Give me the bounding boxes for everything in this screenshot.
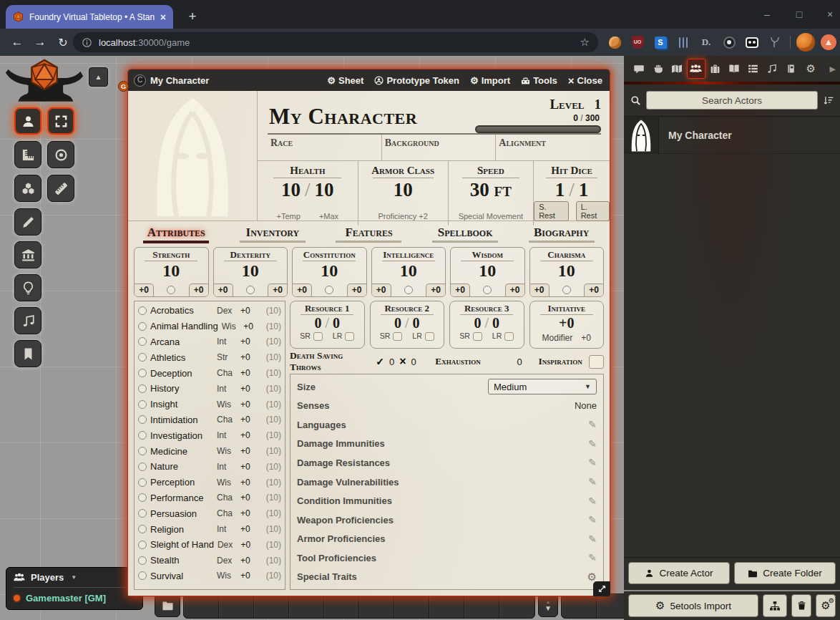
skill-proficiency-radio[interactable] (138, 509, 147, 518)
skill-name[interactable]: Arcana (150, 336, 213, 347)
skill-name[interactable]: Religion (150, 524, 213, 535)
proficiency-radio[interactable] (562, 286, 571, 294)
macro-slot[interactable] (464, 594, 499, 618)
lr-checkbox[interactable] (425, 332, 434, 341)
skill-proficiency-radio[interactable] (138, 400, 147, 409)
close-sheet-button[interactable]: × Close (568, 74, 602, 87)
resource-label[interactable]: Resource 2 (371, 303, 444, 314)
reload-button[interactable]: ↻ (52, 36, 74, 49)
tiles-controls-button[interactable] (14, 175, 41, 202)
window-minimize-button[interactable]: – (751, 0, 783, 29)
sidebar-tab-items[interactable] (705, 59, 725, 79)
skill-name[interactable]: Intimidation (150, 415, 213, 425)
skill-row[interactable]: Athletics Str +0 (10) (138, 349, 281, 365)
ability-mod[interactable]: +0 (347, 284, 366, 296)
initiative-box[interactable]: Initiative +0 Modifier +0 (529, 301, 605, 349)
macro-folder-button[interactable] (155, 594, 180, 617)
skill-proficiency-radio[interactable] (138, 306, 147, 315)
ability-mod[interactable]: +0 (426, 284, 445, 296)
skill-proficiency-radio[interactable] (138, 353, 147, 362)
player-row[interactable]: Gamemaster [GM] (14, 588, 135, 604)
address-bar[interactable]: localhost:30000/game ☆ (73, 32, 598, 52)
sheet-tab[interactable]: Attributes (128, 226, 225, 243)
max-hp-label[interactable]: +Max (319, 212, 338, 221)
ac-value[interactable]: 10 (394, 180, 413, 201)
bookmark-star-icon[interactable]: ☆ (580, 36, 590, 49)
resource-value[interactable]: 0/0 (450, 316, 524, 330)
players-header[interactable]: Players ▼ (14, 572, 135, 588)
skill-name[interactable]: Sleight of Hand (150, 539, 214, 550)
skill-name[interactable]: Perception (150, 477, 213, 488)
proficiency-radio[interactable] (167, 286, 175, 294)
ability-mod[interactable]: +0 (584, 284, 603, 296)
extension-bars-icon[interactable] (673, 32, 694, 53)
skill-name[interactable]: Medicine (150, 446, 213, 457)
skill-row[interactable]: Stealth Dex +0 (10) (138, 553, 281, 568)
sidebar-tab-combat[interactable] (649, 59, 668, 79)
ability-box[interactable]: Strength 10 +0 +0 (134, 247, 209, 297)
skill-row[interactable]: Medicine Wis +0 (10) (138, 443, 281, 459)
extension-lens-icon[interactable] (718, 32, 740, 53)
initiative-value[interactable]: +0 (530, 316, 604, 330)
extension-fork-icon[interactable] (764, 32, 786, 53)
back-button[interactable]: ← (6, 35, 29, 49)
macro-slot[interactable] (254, 594, 289, 618)
sounds-controls-button[interactable] (14, 307, 41, 334)
resource-box[interactable]: Resource 3 0/0 SR LR (449, 301, 524, 349)
new-tab-button[interactable]: + (183, 7, 202, 26)
death-success-value[interactable]: 0 (389, 357, 394, 367)
long-rest-button[interactable]: L. Rest (576, 201, 610, 221)
skill-name[interactable]: Nature (150, 461, 213, 472)
skill-name[interactable]: Persuasion (150, 508, 213, 519)
foundry-logo[interactable] (4, 59, 84, 112)
skill-row[interactable]: Religion Int +0 (10) (138, 521, 281, 537)
skill-name[interactable]: Stealth (150, 555, 213, 566)
hit-dice-value[interactable]: 1/1 (555, 180, 589, 201)
ability-box[interactable]: Charisma 10 +0 +0 (529, 247, 605, 297)
skill-row[interactable]: Arcana Int +0 (10) (138, 334, 281, 350)
ability-save[interactable]: +0 (135, 284, 154, 296)
skill-row[interactable]: Persuasion Cha +0 (10) (138, 505, 281, 521)
skill-name[interactable]: Investigation (150, 430, 213, 441)
proficiency-radio[interactable] (483, 286, 492, 294)
ability-box[interactable]: Constitution 10 +0 +0 (292, 247, 367, 297)
tab-close-icon[interactable]: × (160, 11, 166, 23)
ability-value[interactable]: 10 (135, 261, 208, 280)
players-panel[interactable]: Players ▼ Gamemaster [GM] (6, 567, 143, 610)
sidebar-tab-tables[interactable] (743, 59, 763, 79)
sidebar-tab-chat[interactable] (630, 59, 649, 79)
skill-proficiency-radio[interactable] (138, 556, 147, 565)
drawing-controls-button[interactable] (14, 208, 41, 236)
token-controls-button[interactable] (14, 107, 41, 135)
ability-value[interactable]: 10 (214, 261, 288, 280)
sidebar-tab-compendium[interactable] (781, 59, 801, 79)
proficiency-radio[interactable] (246, 286, 255, 294)
proficiency-radio[interactable] (325, 286, 333, 294)
select-tool-button[interactable] (47, 107, 74, 135)
delete-button[interactable] (791, 594, 811, 617)
skill-row[interactable]: Nature Int +0 (10) (138, 459, 281, 475)
edit-icon[interactable]: ✎ (588, 457, 597, 468)
sr-checkbox[interactable] (393, 332, 402, 341)
hp-value[interactable]: 10/10 (281, 180, 334, 201)
ability-save[interactable]: +0 (451, 284, 470, 296)
ruler-tool-button[interactable] (47, 175, 74, 202)
resource-value[interactable]: 0/0 (371, 316, 444, 330)
skill-proficiency-radio[interactable] (138, 478, 147, 487)
skill-name[interactable]: Athletics (150, 352, 213, 363)
sheet-tab[interactable]: Inventory (225, 226, 321, 243)
extension-box-icon[interactable] (741, 32, 763, 53)
sheet-tab[interactable]: Biography (513, 226, 610, 243)
skill-proficiency-radio[interactable] (138, 447, 147, 455)
skill-row[interactable]: Performance Cha +0 (10) (138, 490, 281, 506)
lighting-controls-button[interactable] (14, 274, 41, 301)
edit-icon[interactable]: ✎ (588, 438, 597, 450)
speed-value[interactable]: 30 ft (470, 180, 512, 201)
skill-row[interactable]: Sleight of Hand Dex +0 (10) (138, 537, 281, 553)
skill-proficiency-radio[interactable] (138, 337, 147, 346)
sidebar-tab-playlists[interactable] (763, 59, 782, 79)
detail-input[interactable] (499, 150, 598, 161)
proficiency-radio[interactable] (404, 286, 413, 294)
character-name[interactable]: My Character (269, 97, 465, 133)
skill-row[interactable]: Acrobatics Dex +0 (10) (138, 303, 281, 319)
